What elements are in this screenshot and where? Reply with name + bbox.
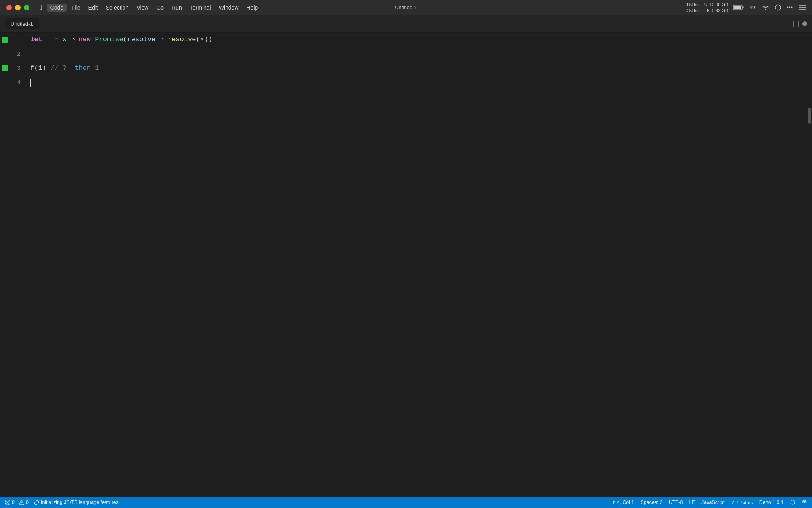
keyword-let: let	[30, 33, 42, 47]
tab-untitled[interactable]: Untitled-1	[5, 18, 39, 29]
svg-rect-10	[790, 21, 793, 27]
cursor-position[interactable]: Ln 4, Col 1	[610, 500, 634, 505]
menu-go[interactable]: Go	[153, 4, 167, 12]
titlebar-left:  Code File Edit Selection View Go Run T…	[6, 2, 261, 12]
run-indicator-1[interactable]	[0, 33, 10, 47]
gutter: 1 2 3 4	[0, 33, 24, 497]
language-mode[interactable]: JavaScript	[701, 500, 724, 505]
code-line-2	[24, 47, 807, 61]
storage-free: F: 5.92 GB	[707, 8, 728, 13]
run-dot-1	[2, 37, 8, 43]
num-1: 1	[38, 61, 42, 75]
menu-selection[interactable]: Selection	[103, 4, 132, 12]
menu-help[interactable]: Help	[243, 4, 261, 12]
menu-bar:  Code File Edit Selection View Go Run T…	[36, 2, 261, 12]
battery-icon	[733, 5, 744, 10]
indentation[interactable]: Spaces: 2	[640, 500, 663, 505]
resolve-call: resolve	[168, 33, 196, 47]
encoding[interactable]: UTF-8	[669, 500, 683, 505]
svg-point-19	[804, 502, 805, 503]
op-eq: =	[54, 33, 62, 47]
run-indicator-2	[0, 47, 10, 61]
editor-content[interactable]: let f = x ⇒ new Promise ( resolve ⇒ reso…	[24, 33, 807, 497]
scrollbar-thumb[interactable]	[808, 108, 811, 124]
class-promise: Promise	[95, 33, 123, 47]
line-gutter-1: 1	[0, 33, 24, 47]
status-left: 0 0 Initializing JS/TS language features	[5, 500, 119, 505]
minimize-button[interactable]	[15, 5, 21, 10]
fn-call-f: f	[30, 61, 34, 75]
line-gutter-2: 2	[0, 47, 24, 61]
tab-title: Untitled-1	[11, 21, 33, 27]
timing: ✓ 1.54ms	[731, 500, 753, 506]
broadcast-icon[interactable]	[802, 500, 807, 505]
line-number-3: 3	[10, 61, 24, 75]
fat-arrow-1: ⇒	[71, 33, 79, 47]
var-x-param: x	[63, 33, 71, 47]
svg-point-16	[21, 504, 22, 504]
temperature: 49°	[749, 5, 756, 10]
init-message-text: Initializing JS/TS language features	[41, 500, 119, 505]
init-message: Initializing JS/TS language features	[34, 500, 119, 505]
paren-close-f: )	[42, 61, 46, 75]
keyword-then: then	[75, 61, 91, 75]
line-gutter-3: 3	[0, 61, 24, 75]
menu-run[interactable]: Run	[169, 4, 185, 12]
bell-icon[interactable]	[790, 500, 795, 505]
paren-open-f: (	[34, 61, 38, 75]
apple-menu[interactable]: 	[36, 2, 46, 12]
notification-icon	[775, 4, 781, 11]
comment-text: // ?	[46, 61, 75, 75]
keyword-new: new	[79, 33, 95, 47]
tab-bar: Untitled-1	[0, 15, 812, 33]
line-ending[interactable]: LF	[689, 500, 695, 505]
network-down: 0 KB/s	[686, 8, 698, 13]
error-count[interactable]: 0 0	[5, 500, 29, 505]
var-x-arg: x	[200, 33, 204, 47]
titlebar:  Code File Edit Selection View Go Run T…	[0, 0, 812, 15]
line-gutter-4: 4	[0, 75, 24, 90]
var-resolve-param: resolve	[127, 33, 155, 47]
scrollbar-track[interactable]	[807, 33, 812, 497]
close-button[interactable]	[6, 5, 12, 10]
list-icon	[799, 5, 806, 10]
code-line-4	[24, 75, 807, 90]
storage-used: U: 10.08 GB	[704, 2, 728, 7]
comment-number: 1	[91, 61, 99, 75]
paren-close-2: ))	[204, 33, 212, 47]
storage-info: U: 10.08 GB F: 5.92 GB	[704, 2, 728, 13]
line-number-4: 4	[10, 75, 24, 90]
paren-open-1: (	[123, 33, 127, 47]
var-f: f	[42, 33, 55, 47]
menu-window[interactable]: Window	[216, 4, 242, 12]
menu-edit[interactable]: Edit	[85, 4, 101, 12]
cursor	[30, 79, 31, 87]
line-number-1: 1	[10, 33, 24, 47]
editor: 1 2 3 4 let f = x ⇒ new	[0, 33, 812, 497]
svg-point-3	[765, 9, 766, 10]
menu-code[interactable]: Code	[47, 4, 67, 12]
menu-file[interactable]: File	[68, 4, 84, 12]
code-line-1: let f = x ⇒ new Promise ( resolve ⇒ reso…	[24, 33, 807, 47]
maximize-button[interactable]	[24, 5, 29, 10]
run-indicator-3[interactable]	[0, 61, 10, 75]
paren-open-2: (	[196, 33, 200, 47]
titlebar-right: 4 KB/s 0 KB/s U: 10.08 GB F: 5.92 GB 49°	[686, 2, 806, 13]
fat-arrow-2: ⇒	[155, 33, 168, 47]
split-editor-icon[interactable]	[790, 21, 799, 27]
menu-view[interactable]: View	[133, 4, 151, 12]
svg-rect-1	[743, 6, 744, 8]
svg-point-6	[778, 8, 778, 9]
code-line-3: f ( 1 ) // ? then 1	[24, 61, 807, 75]
unsaved-dot	[802, 21, 807, 26]
warning-count-label: 0	[26, 500, 29, 505]
runtime[interactable]: Deno 1.0.4	[759, 500, 783, 505]
network-info: 4 KB/s 0 KB/s	[686, 2, 698, 13]
network-up: 4 KB/s	[686, 2, 698, 7]
error-icon	[5, 500, 10, 505]
line-number-2: 2	[10, 47, 24, 61]
tab-actions	[790, 21, 807, 27]
battery-area	[733, 5, 744, 10]
sync-icon	[34, 500, 39, 505]
menu-terminal[interactable]: Terminal	[187, 4, 214, 12]
